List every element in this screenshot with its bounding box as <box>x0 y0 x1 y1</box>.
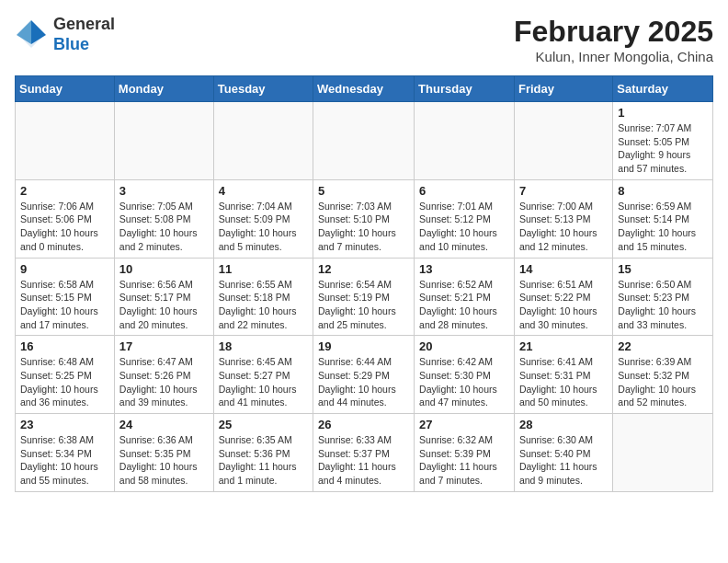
day-info: Sunrise: 6:39 AM Sunset: 5:32 PM Dayligh… <box>618 355 708 409</box>
day-number: 17 <box>119 339 209 353</box>
day-info: Sunrise: 7:00 AM Sunset: 5:13 PM Dayligh… <box>519 200 608 254</box>
calendar-day: 6Sunrise: 7:01 AM Sunset: 5:12 PM Daylig… <box>415 179 515 258</box>
day-info: Sunrise: 6:47 AM Sunset: 5:26 PM Dayligh… <box>119 355 209 409</box>
day-number: 1 <box>618 106 708 120</box>
calendar-day <box>514 102 612 180</box>
weekday-header-sunday: Sunday <box>16 76 115 102</box>
day-number: 25 <box>219 418 308 431</box>
day-info: Sunrise: 6:48 AM Sunset: 5:25 PM Dayligh… <box>20 355 109 409</box>
calendar-day <box>114 102 213 180</box>
day-info: Sunrise: 6:50 AM Sunset: 5:23 PM Dayligh… <box>618 278 708 332</box>
day-number: 2 <box>20 184 109 198</box>
calendar-day: 27Sunrise: 6:32 AM Sunset: 5:39 PM Dayli… <box>415 414 515 492</box>
day-info: Sunrise: 7:01 AM Sunset: 5:12 PM Dayligh… <box>419 200 509 254</box>
calendar-day: 16Sunrise: 6:48 AM Sunset: 5:25 PM Dayli… <box>16 336 115 414</box>
calendar-week-3: 9Sunrise: 6:58 AM Sunset: 5:15 PM Daylig… <box>16 258 713 336</box>
day-number: 9 <box>20 262 109 276</box>
logo-general-text: General <box>53 15 115 33</box>
svg-marker-2 <box>17 20 31 44</box>
calendar-day: 18Sunrise: 6:45 AM Sunset: 5:27 PM Dayli… <box>213 336 313 414</box>
calendar-day: 25Sunrise: 6:35 AM Sunset: 5:36 PM Dayli… <box>213 414 313 492</box>
title-block: February 2025 Kulun, Inner Mongolia, Chi… <box>514 15 713 64</box>
day-number: 18 <box>219 339 308 353</box>
day-info: Sunrise: 6:52 AM Sunset: 5:21 PM Dayligh… <box>419 278 509 332</box>
day-number: 8 <box>618 184 708 198</box>
calendar-week-5: 23Sunrise: 6:38 AM Sunset: 5:34 PM Dayli… <box>16 414 713 492</box>
day-number: 7 <box>519 184 608 198</box>
day-info: Sunrise: 6:44 AM Sunset: 5:29 PM Dayligh… <box>318 355 409 409</box>
calendar-day <box>16 102 115 180</box>
calendar-table: SundayMondayTuesdayWednesdayThursdayFrid… <box>15 75 713 492</box>
calendar-day: 13Sunrise: 6:52 AM Sunset: 5:21 PM Dayli… <box>415 258 515 336</box>
day-number: 5 <box>318 184 409 198</box>
day-info: Sunrise: 7:05 AM Sunset: 5:08 PM Dayligh… <box>119 200 209 254</box>
day-info: Sunrise: 6:30 AM Sunset: 5:40 PM Dayligh… <box>519 433 608 488</box>
logo-icon <box>15 18 48 52</box>
day-info: Sunrise: 6:54 AM Sunset: 5:19 PM Dayligh… <box>318 278 409 332</box>
page-header: General Blue February 2025 Kulun, Inner … <box>15 15 713 64</box>
calendar-day: 3Sunrise: 7:05 AM Sunset: 5:08 PM Daylig… <box>114 179 213 258</box>
day-info: Sunrise: 6:45 AM Sunset: 5:27 PM Dayligh… <box>219 355 308 409</box>
day-info: Sunrise: 6:51 AM Sunset: 5:22 PM Dayligh… <box>519 278 608 332</box>
calendar-day: 23Sunrise: 6:38 AM Sunset: 5:34 PM Dayli… <box>16 414 115 492</box>
day-number: 27 <box>419 418 509 431</box>
calendar-week-1: 1Sunrise: 7:07 AM Sunset: 5:05 PM Daylig… <box>16 102 713 180</box>
month-year-title: February 2025 <box>514 15 713 49</box>
day-info: Sunrise: 6:58 AM Sunset: 5:15 PM Dayligh… <box>20 278 109 332</box>
day-info: Sunrise: 6:56 AM Sunset: 5:17 PM Dayligh… <box>119 278 209 332</box>
day-number: 24 <box>119 418 209 431</box>
calendar-day: 2Sunrise: 7:06 AM Sunset: 5:06 PM Daylig… <box>16 179 115 258</box>
calendar-day <box>313 102 415 180</box>
day-info: Sunrise: 7:06 AM Sunset: 5:06 PM Dayligh… <box>20 200 109 254</box>
day-info: Sunrise: 7:07 AM Sunset: 5:05 PM Dayligh… <box>618 121 708 176</box>
day-info: Sunrise: 6:32 AM Sunset: 5:39 PM Dayligh… <box>419 433 509 488</box>
calendar-day: 12Sunrise: 6:54 AM Sunset: 5:19 PM Dayli… <box>313 258 415 336</box>
day-info: Sunrise: 6:36 AM Sunset: 5:35 PM Dayligh… <box>119 433 209 488</box>
calendar-day: 11Sunrise: 6:55 AM Sunset: 5:18 PM Dayli… <box>213 258 313 336</box>
day-number: 21 <box>519 339 608 353</box>
day-number: 22 <box>618 339 708 353</box>
day-info: Sunrise: 6:55 AM Sunset: 5:18 PM Dayligh… <box>219 278 308 332</box>
calendar-day: 14Sunrise: 6:51 AM Sunset: 5:22 PM Dayli… <box>514 258 612 336</box>
calendar-day: 19Sunrise: 6:44 AM Sunset: 5:29 PM Dayli… <box>313 336 415 414</box>
location-subtitle: Kulun, Inner Mongolia, China <box>514 49 713 64</box>
calendar-day: 22Sunrise: 6:39 AM Sunset: 5:32 PM Dayli… <box>613 336 713 414</box>
calendar-week-2: 2Sunrise: 7:06 AM Sunset: 5:06 PM Daylig… <box>16 179 713 258</box>
day-info: Sunrise: 6:38 AM Sunset: 5:34 PM Dayligh… <box>20 433 109 488</box>
day-number: 13 <box>419 262 509 276</box>
calendar-day: 21Sunrise: 6:41 AM Sunset: 5:31 PM Dayli… <box>514 336 612 414</box>
day-number: 20 <box>419 339 509 353</box>
calendar-day: 20Sunrise: 6:42 AM Sunset: 5:30 PM Dayli… <box>415 336 515 414</box>
day-info: Sunrise: 6:59 AM Sunset: 5:14 PM Dayligh… <box>618 200 708 254</box>
calendar-day: 8Sunrise: 6:59 AM Sunset: 5:14 PM Daylig… <box>613 179 713 258</box>
calendar-day: 7Sunrise: 7:00 AM Sunset: 5:13 PM Daylig… <box>514 179 612 258</box>
weekday-header-wednesday: Wednesday <box>313 76 415 102</box>
day-number: 4 <box>219 184 308 198</box>
day-number: 19 <box>318 339 409 353</box>
day-number: 10 <box>119 262 209 276</box>
day-number: 16 <box>20 339 109 353</box>
calendar-day: 9Sunrise: 6:58 AM Sunset: 5:15 PM Daylig… <box>16 258 115 336</box>
weekday-header-friday: Friday <box>514 76 612 102</box>
day-info: Sunrise: 6:42 AM Sunset: 5:30 PM Dayligh… <box>419 355 509 409</box>
calendar-day <box>213 102 313 180</box>
weekday-header-saturday: Saturday <box>613 76 713 102</box>
day-number: 15 <box>618 262 708 276</box>
calendar-day: 5Sunrise: 7:03 AM Sunset: 5:10 PM Daylig… <box>313 179 415 258</box>
day-info: Sunrise: 7:03 AM Sunset: 5:10 PM Dayligh… <box>318 200 409 254</box>
day-number: 11 <box>219 262 308 276</box>
day-info: Sunrise: 6:41 AM Sunset: 5:31 PM Dayligh… <box>519 355 608 409</box>
weekday-header-tuesday: Tuesday <box>213 76 313 102</box>
logo: General Blue <box>15 15 115 54</box>
calendar-day: 26Sunrise: 6:33 AM Sunset: 5:37 PM Dayli… <box>313 414 415 492</box>
calendar-day: 4Sunrise: 7:04 AM Sunset: 5:09 PM Daylig… <box>213 179 313 258</box>
calendar-day: 28Sunrise: 6:30 AM Sunset: 5:40 PM Dayli… <box>514 414 612 492</box>
calendar-week-4: 16Sunrise: 6:48 AM Sunset: 5:25 PM Dayli… <box>16 336 713 414</box>
calendar-day: 1Sunrise: 7:07 AM Sunset: 5:05 PM Daylig… <box>613 102 713 180</box>
day-info: Sunrise: 7:04 AM Sunset: 5:09 PM Dayligh… <box>219 200 308 254</box>
weekday-header-thursday: Thursday <box>415 76 515 102</box>
weekday-header-monday: Monday <box>114 76 213 102</box>
day-info: Sunrise: 6:33 AM Sunset: 5:37 PM Dayligh… <box>318 433 409 488</box>
calendar-day: 15Sunrise: 6:50 AM Sunset: 5:23 PM Dayli… <box>613 258 713 336</box>
day-number: 28 <box>519 418 608 431</box>
